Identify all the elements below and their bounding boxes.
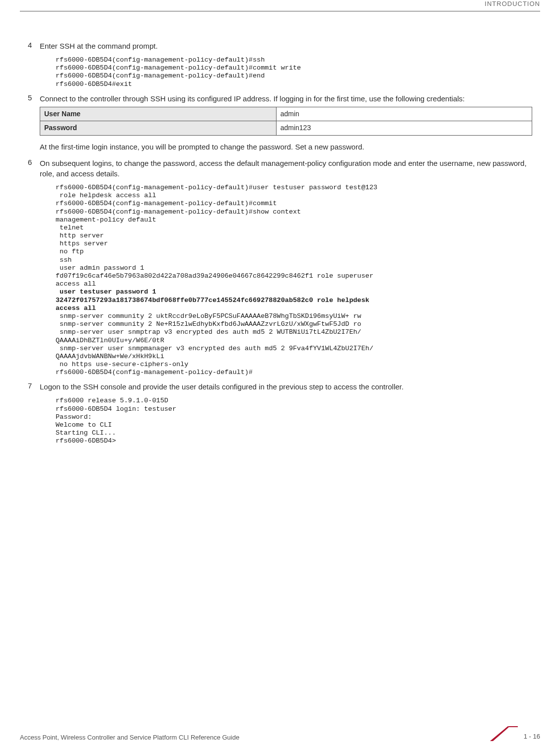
step-7-num: 7 — [28, 381, 40, 395]
header-rule — [20, 11, 540, 11]
footer: Access Point, Wireless Controller and Se… — [20, 726, 540, 741]
password-value: admin123 — [276, 121, 532, 136]
step-7-body: Logon to the SSH console and provide the… — [40, 381, 532, 395]
username-value: admin — [276, 107, 532, 121]
step-5: 5 Connect to the controller through SSH … — [28, 93, 532, 152]
step-4-body: Enter SSH at the command prompt. — [40, 41, 532, 54]
code-block-7: rfs6000 release 5.9.1.0-015D rfs6000-6DB… — [56, 397, 532, 445]
step-4: 4 Enter SSH at the command prompt. — [28, 41, 532, 54]
credentials-table: User Name admin Password admin123 — [40, 107, 532, 136]
step-5-text: Connect to the controller through SSH us… — [40, 93, 532, 104]
header-section: INTRODUCTION — [485, 0, 540, 7]
step-7-text: Logon to the SSH console and provide the… — [40, 381, 532, 392]
password-label: Password — [40, 121, 277, 136]
step-6-body: On subsequent logins, to change the pass… — [40, 158, 532, 182]
content: 4 Enter SSH at the command prompt. rfs60… — [28, 41, 532, 451]
step-6: 6 On subsequent logins, to change the pa… — [28, 158, 532, 182]
code-block-4: rfs6000-6DB5D4(config-management-policy-… — [56, 56, 532, 88]
table-row: Password admin123 — [40, 121, 532, 136]
code-block-6c: snmp-server community 2 uktRccdr9eLoByF5… — [56, 312, 532, 377]
step-5-note: At the first-time login instance, you wi… — [40, 142, 532, 152]
step-6-num: 6 — [28, 158, 40, 182]
step-4-num: 4 — [28, 41, 40, 54]
username-label: User Name — [40, 107, 277, 121]
page-number: 1 - 16 — [524, 733, 540, 741]
step-6-text: On subsequent logins, to change the pass… — [40, 158, 532, 179]
step-7: 7 Logon to the SSH console and provide t… — [28, 381, 532, 395]
code-block-6b: user testuser password 1 32472f01757293a… — [56, 288, 532, 312]
footer-right: 1 - 16 — [490, 726, 540, 741]
table-row: User Name admin — [40, 107, 532, 121]
code-block-6a: rfs6000-6DB5D4(config-management-policy-… — [56, 184, 532, 288]
step-4-text: Enter SSH at the command prompt. — [40, 41, 532, 51]
page-mark-icon — [490, 726, 518, 741]
footer-title: Access Point, Wireless Controller and Se… — [20, 734, 239, 741]
step-5-body: Connect to the controller through SSH us… — [40, 93, 532, 152]
step-5-num: 5 — [28, 93, 40, 152]
